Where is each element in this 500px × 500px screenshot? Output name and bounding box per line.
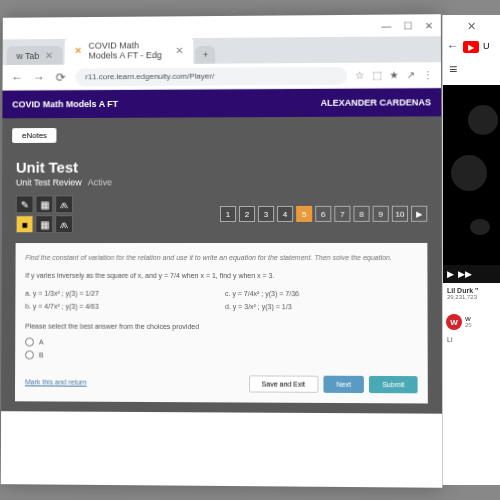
channel-row[interactable]: W W 25	[443, 314, 500, 330]
back-arrow-icon[interactable]: ←	[447, 39, 459, 53]
content-area: Unit Test Unit Test ReviewActive ✎ ▦ ⩕ ■…	[1, 147, 442, 413]
page-1[interactable]: 1	[220, 206, 236, 222]
side-panel: ✕ ← ▶ U ≡ ▶ ▶▶ Lil Durk " 29,231,723 W W…	[442, 15, 500, 485]
status-badge: Active	[88, 177, 112, 187]
page-10[interactable]: 10	[392, 206, 408, 222]
reload-icon[interactable]: ⟳	[54, 70, 68, 84]
mark-return-link[interactable]: Mark this and return	[25, 378, 87, 388]
pencil-icon[interactable]: ✎	[16, 195, 34, 213]
play-icon[interactable]: ▶	[447, 269, 454, 279]
page-7[interactable]: 7	[334, 206, 350, 222]
next-button[interactable]: Next	[323, 375, 364, 392]
pagination: 1 2 3 4 5 6 7 8 9 10 ▶	[220, 206, 427, 222]
youtube-icon[interactable]: ▶	[463, 41, 479, 53]
question-intro: Find the constant of variation for the r…	[25, 253, 417, 263]
close-icon[interactable]: ✕	[45, 50, 53, 61]
save-exit-button[interactable]: Save and Exit	[249, 375, 319, 392]
video-title[interactable]: Lil Durk "	[447, 287, 496, 294]
option-a[interactable]: A	[25, 338, 417, 349]
page-5[interactable]: 5	[296, 206, 312, 222]
highlight-icon[interactable]: ■	[16, 215, 34, 233]
question-text: If y varies inversely as the square of x…	[25, 271, 417, 281]
radio-a[interactable]	[25, 338, 34, 347]
address-row: ← → ⟳ r11.core.learn.edgenuity.com/Playe…	[3, 62, 442, 90]
page-2[interactable]: 2	[239, 206, 255, 222]
video-controls: ▶ ▶▶	[443, 265, 500, 283]
page-4[interactable]: 4	[277, 206, 293, 222]
choice-a: a. y = 1/3x² ; y(3) = 1/27	[25, 288, 215, 298]
student-name: ALEXANDER CARDENAS	[321, 97, 431, 108]
close-button[interactable]: ✕	[425, 20, 433, 31]
page-title: Unit Test	[16, 157, 427, 175]
choice-c: c. y = 7/4x² ; y(3) = 7/36	[225, 289, 417, 299]
choice-d: d. y = 3/x² ; y(3) = 1/3	[225, 302, 417, 312]
toolbar-icons: ☆ ⬚ ★ ↗ ⋮	[355, 69, 433, 80]
address-bar[interactable]: r11.core.learn.edgenuity.com/Player/	[75, 66, 347, 86]
page-9[interactable]: 9	[373, 206, 389, 222]
menu-icon[interactable]: ⋮	[423, 69, 433, 80]
forward-icon[interactable]: →	[32, 70, 46, 84]
calculator-icon[interactable]: ▦	[35, 195, 53, 213]
question-card: Find the constant of variation for the r…	[15, 243, 428, 403]
enotes-button[interactable]: eNotes	[12, 128, 57, 143]
side-close[interactable]: ✕	[443, 15, 500, 37]
radio-b[interactable]	[25, 351, 34, 360]
star-icon[interactable]: ☆	[355, 70, 364, 81]
back-icon[interactable]: ←	[10, 70, 24, 84]
min-button[interactable]: —	[381, 20, 391, 31]
new-tab-button[interactable]: +	[196, 46, 216, 64]
next-track-icon[interactable]: ▶▶	[458, 269, 472, 279]
page-next[interactable]: ▶	[411, 206, 427, 222]
tab-1[interactable]: w Tab ✕	[7, 46, 63, 65]
app-header: COVID Math Models A FT ALEXANDER CARDENA…	[2, 88, 441, 118]
page-subtitle: Unit Test ReviewActive	[16, 177, 427, 188]
page-6[interactable]: 6	[315, 206, 331, 222]
page-8[interactable]: 8	[353, 206, 369, 222]
expand-icon[interactable]: ⩕	[55, 195, 73, 213]
tab-title: COVID Math Models A FT - Edg	[89, 40, 170, 60]
tab-favicon: ✕	[75, 46, 83, 56]
choice-b: b. y = 4/7x² ; y(3) = 4/63	[25, 302, 215, 312]
like-label: Li	[443, 330, 500, 349]
option-b[interactable]: B	[25, 350, 418, 361]
option-label: B	[39, 350, 44, 360]
enotes-row: eNotes	[2, 116, 441, 149]
view-count: 29,231,723	[447, 294, 496, 300]
hamburger-icon[interactable]: ≡	[443, 61, 500, 77]
collapse-icon[interactable]: ⩕	[55, 215, 73, 233]
browser-tabs: w Tab ✕ ✕ COVID Math Models A FT - Edg ✕…	[3, 36, 441, 65]
channel-subs: 25	[465, 322, 472, 328]
tab-title: w Tab	[16, 51, 39, 61]
u-label: U	[483, 41, 490, 51]
max-button[interactable]: ☐	[403, 20, 412, 31]
share-icon[interactable]: ↗	[407, 69, 415, 80]
video-info: Lil Durk " 29,231,723	[443, 283, 500, 304]
select-instruction: Please select the best answer from the c…	[25, 322, 417, 333]
bookmark-icon[interactable]: ★	[389, 69, 398, 80]
course-title: COVID Math Models A FT	[12, 99, 118, 109]
grid-icon[interactable]: ▦	[35, 215, 53, 233]
page-3[interactable]: 3	[258, 206, 274, 222]
tool-palette: ✎ ▦ ⩕ ■ ▦ ⩕	[16, 195, 85, 233]
tab-2[interactable]: ✕ COVID Math Models A FT - Edg ✕	[65, 36, 194, 65]
channel-avatar[interactable]: W	[446, 314, 462, 330]
submit-button[interactable]: Submit	[369, 375, 418, 392]
window-controls: — ☐ ✕	[3, 14, 441, 39]
video-thumbnail[interactable]	[443, 85, 500, 265]
url-text: r11.core.learn.edgenuity.com/Player/	[85, 72, 214, 82]
ext-icon[interactable]: ⬚	[372, 70, 381, 81]
option-label: A	[39, 338, 44, 348]
close-icon[interactable]: ✕	[176, 45, 184, 56]
